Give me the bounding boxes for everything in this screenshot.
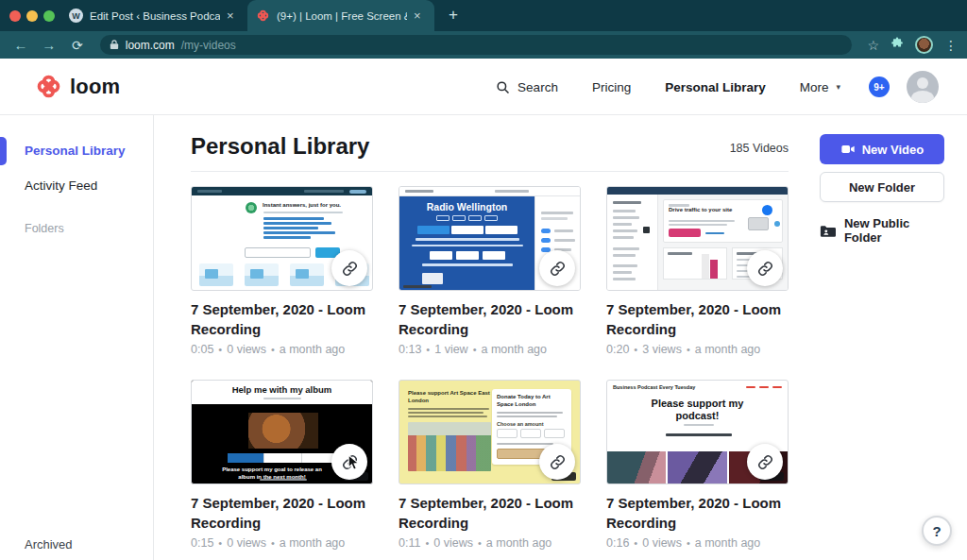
link-icon — [757, 261, 773, 277]
tab-close-icon[interactable]: × — [227, 9, 234, 22]
back-icon[interactable]: ← — [9, 37, 32, 53]
browser-tab-wordpress[interactable]: W Edit Post ‹ Business Podcast Ev × — [60, 0, 246, 31]
video-count: 185 Videos — [191, 142, 789, 155]
thumb-photo — [248, 413, 318, 449]
window-close-button[interactable] — [9, 10, 21, 22]
thumb-promo-card: Drive traffic to your site — [663, 199, 783, 243]
thumb-photo — [408, 422, 491, 471]
video-title[interactable]: 7 September, 2020 - Loom Recording — [191, 299, 373, 339]
thumb-choose-label: Choose an amount — [497, 421, 567, 427]
toolbar-right: ☆ ⋮ — [867, 36, 958, 54]
window-minimize-button[interactable] — [26, 10, 38, 22]
video-title[interactable]: 7 September, 2020 - Loom Recording — [606, 299, 789, 339]
url-host: loom.com — [126, 39, 175, 52]
video-meta: 0:13•1 view•a month ago — [399, 342, 581, 358]
thumb-heading: Instant answers, just for you. — [263, 202, 341, 208]
video-meta: 0:05•0 views•a month ago — [191, 342, 373, 358]
video-card[interactable]: Help me with my album Please support my … — [191, 380, 373, 552]
extensions-puzzle-icon[interactable] — [891, 37, 904, 54]
nav-personal-library[interactable]: Personal Library — [665, 80, 766, 94]
address-bar[interactable]: loom.com/my-videos — [100, 35, 853, 55]
thumb-heading: Radio Wellington — [399, 201, 534, 212]
sidebar-item-activity-feed[interactable]: Activity Feed — [25, 178, 97, 193]
loom-favicon-icon — [256, 8, 270, 23]
nav-pricing[interactable]: Pricing — [592, 80, 631, 94]
wordpress-favicon-icon: W — [69, 8, 83, 23]
thumb-logo — [246, 202, 257, 213]
video-title[interactable]: 7 September, 2020 - Loom Recording — [606, 493, 789, 533]
window-fullscreen-button[interactable] — [43, 10, 55, 22]
tab-title: (9+) | Loom | Free Screen & Vid — [277, 10, 407, 22]
video-title[interactable]: 7 September, 2020 - Loom Recording — [399, 493, 581, 533]
browser-toolbar: ← → ⟳ loom.com/my-videos ☆ ⋮ — [0, 31, 967, 59]
mouse-cursor — [346, 454, 362, 475]
new-video-label: New Video — [862, 143, 925, 157]
sidebar-item-personal-library[interactable]: Personal Library — [25, 144, 126, 158]
thumb-header: Help me with my album — [192, 381, 372, 404]
video-thumbnail[interactable]: Business Podcast Every Tuesday Please su… — [606, 380, 789, 484]
thumb-sidebar — [607, 195, 658, 290]
thumb-nav-links — [746, 386, 782, 389]
active-item-indicator — [0, 137, 7, 165]
sidebar-item-archived[interactable]: Archived — [25, 537, 73, 552]
url-path: /my-videos — [181, 39, 236, 52]
new-public-folder-label: New Public Folder — [844, 216, 944, 245]
user-avatar[interactable] — [907, 71, 939, 103]
reload-icon[interactable]: ⟳ — [66, 38, 89, 53]
video-card[interactable]: Instant answers, just for you. — [191, 186, 373, 358]
browser-tab-loom-active[interactable]: (9+) | Loom | Free Screen & Vid × — [247, 0, 434, 31]
thumb-cta-button — [669, 229, 701, 237]
video-meta: 0:16•0 views•a month ago — [606, 535, 789, 552]
video-title[interactable]: 7 September, 2020 - Loom Recording — [191, 493, 373, 533]
browser-tab-strip: W Edit Post ‹ Business Podcast Ev × (9+)… — [0, 0, 967, 31]
video-meta: 0:11•0 views•a month ago — [399, 535, 581, 552]
video-card[interactable]: Business Podcast Every Tuesday Please su… — [606, 380, 789, 552]
header-nav: Search Pricing Personal Library More ▾ 9… — [496, 59, 939, 115]
video-thumbnail[interactable]: Instant answers, just for you. — [191, 186, 373, 291]
video-meta: 0:15•0 views•a month ago — [191, 535, 373, 552]
video-card[interactable]: Radio Wellington 7 September, 2020 - — [399, 186, 581, 358]
browser-profile-avatar[interactable] — [915, 36, 933, 54]
facebook-icon — [762, 205, 772, 215]
sidebar: Personal Library Activity Feed Folders A… — [0, 115, 154, 560]
new-folder-button[interactable]: New Folder — [820, 172, 944, 202]
thumb-heading: Drive traffic to your site — [669, 207, 777, 212]
copy-link-button[interactable] — [747, 444, 783, 480]
thumb-heading: Help me with my album — [192, 384, 372, 395]
app-header: loom Search Pricing Personal Library Mor… — [0, 59, 967, 115]
video-thumbnail[interactable]: Please support Art Space East London Don… — [399, 380, 581, 484]
copy-link-button[interactable] — [539, 444, 575, 480]
copy-link-button[interactable] — [747, 250, 783, 286]
loom-logo[interactable]: loom — [36, 74, 120, 99]
video-thumbnail[interactable]: Help me with my album Please support my … — [191, 380, 373, 484]
nav-more[interactable]: More ▾ — [800, 80, 840, 94]
tab-close-icon[interactable]: × — [414, 9, 421, 22]
new-video-button[interactable]: New Video — [820, 134, 944, 164]
video-card[interactable]: Drive traffic to your site — [606, 186, 789, 358]
thumb-right-heading: Donate Today to Art Space London — [497, 394, 567, 409]
new-folder-label: New Folder — [849, 180, 915, 195]
video-thumbnail[interactable]: Drive traffic to your site — [606, 186, 789, 291]
sidebar-section-folders: Folders — [25, 222, 64, 235]
new-tab-button[interactable]: + — [442, 4, 465, 26]
notification-badge[interactable]: 9+ — [869, 76, 890, 97]
new-public-folder-button[interactable]: New Public Folder — [820, 216, 944, 245]
video-camera-icon — [840, 142, 856, 157]
link-icon — [550, 261, 566, 277]
loom-knot-icon — [36, 74, 61, 99]
browser-menu-icon[interactable]: ⋮ — [944, 38, 958, 53]
forward-icon[interactable]: → — [38, 37, 60, 53]
help-button[interactable]: ? — [922, 516, 952, 546]
nav-search[interactable]: Search — [496, 80, 558, 94]
public-folder-icon — [820, 224, 837, 238]
nav-search-label: Search — [517, 80, 558, 94]
search-icon — [496, 80, 510, 94]
copy-link-button[interactable] — [331, 250, 367, 286]
video-thumbnail[interactable]: Radio Wellington — [399, 186, 581, 291]
video-title[interactable]: 7 September, 2020 - Loom Recording — [399, 299, 581, 339]
thumb-page: Radio Wellington — [399, 196, 534, 290]
bookmark-star-icon[interactable]: ☆ — [867, 38, 879, 53]
link-icon — [342, 261, 358, 277]
copy-link-button[interactable] — [539, 250, 575, 286]
video-card[interactable]: Please support Art Space East London Don… — [399, 380, 581, 552]
